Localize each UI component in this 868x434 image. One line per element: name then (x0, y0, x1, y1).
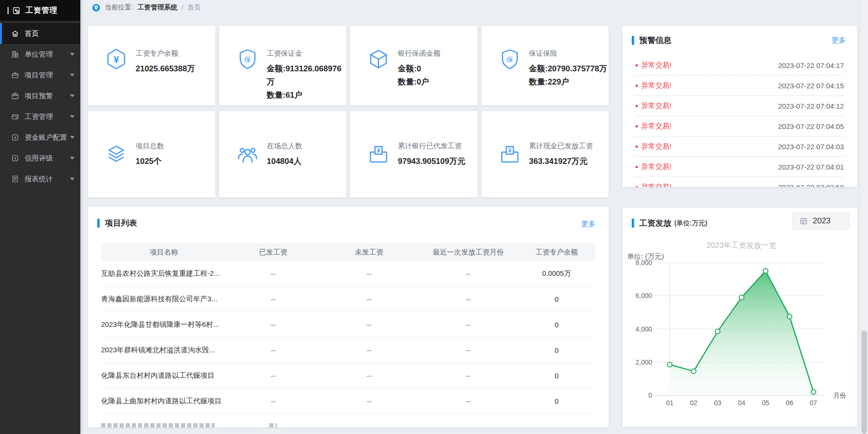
warning-panel-title: 预警信息 (632, 35, 671, 46)
warning-item-label: 异常交易! (636, 122, 671, 131)
cube-icon (367, 48, 390, 70)
scrollbar-thumb[interactable] (861, 331, 867, 434)
sidebar-item-project[interactable]: 项目管理 (0, 65, 80, 85)
stat-card: 保工资保证金金额:913126.068976万数量:61户 (219, 26, 347, 105)
svg-text:保: 保 (506, 56, 513, 63)
sidebar-item-project-alert[interactable]: 项目预警 (0, 85, 80, 106)
sidebar-item-report[interactable]: 报表统计 (0, 169, 80, 189)
project-more-link[interactable]: 更多 (581, 220, 595, 229)
sidebar-item-fund-account[interactable]: ¥资金账户配置 (0, 127, 80, 148)
stat-card: 在场总人数104804人 (219, 111, 347, 197)
warning-dot-icon (636, 186, 638, 187)
scrollbar-track[interactable] (859, 0, 868, 434)
credit-icon: ¥ (11, 154, 19, 162)
table-row[interactable]: 2023年化隆县甘都镇隆康一村等6村...------0 (101, 312, 595, 338)
project-panel-title-text: 项目列表 (105, 218, 137, 229)
warning-dot-icon (636, 105, 638, 107)
yen-hexagon-icon: ¥ (105, 48, 128, 70)
sidebar-item-org[interactable]: 单位管理 (0, 44, 80, 65)
warning-dot-icon (636, 125, 638, 128)
table-cell: -- (227, 270, 319, 278)
logo-icon (11, 6, 21, 16)
table-row[interactable]: 化隆县上曲加村村内道路以工代赈项目------0 (101, 389, 595, 414)
chart-subtitle: 2023年工资发放一览 (707, 241, 777, 249)
stat-cards-row-2: 项目总数1025个在场总人数104804人¥累计银行已代发工资97943.905… (88, 111, 609, 197)
table-cell: 青海鑫园新能源科技有限公司年产3... (101, 295, 227, 304)
table-cell: -- (227, 397, 319, 405)
sidebar-item-label: 项目预警 (25, 92, 53, 101)
sidebar-item-home[interactable]: 首页 (0, 23, 80, 44)
table-cell: 0 (518, 372, 595, 380)
warning-item-time: 2023-07-22 07:04:03 (778, 143, 844, 151)
warning-item-time: 2023-07-22 07:03:50 (778, 183, 844, 187)
table-cell: -- (319, 346, 419, 354)
warning-item[interactable]: 异常交易! 2023-07-22 07:04:01 (636, 157, 844, 177)
stat-card: ¥累计现金已发放工资363.341927万元 (481, 111, 609, 197)
stat-card-value: 金额:20790.375778万 (529, 62, 607, 76)
caret-down-icon (70, 114, 75, 119)
sidebar-item-credit[interactable]: ¥信用评级 (0, 148, 80, 169)
cash-icon: ¥ (498, 143, 521, 166)
warning-item[interactable]: 异常交易! 2023-07-22 07:04:12 (636, 96, 844, 116)
table-cell: -- (319, 397, 419, 405)
cash-icon: ¥ (367, 143, 390, 166)
warning-item[interactable]: 异常交易! 2023-07-22 07:04:17 (636, 55, 844, 76)
breadcrumb-root[interactable]: 工资管理系统 (138, 3, 177, 12)
table-cell: -- (227, 295, 319, 303)
table-column-header: 最近一次发放工资月份 (419, 248, 518, 257)
table-cell: 2023年群科镇滩北村溢洪道沟水毁... (101, 346, 227, 355)
warning-item[interactable]: 异常交易! 2023-07-22 07:04:03 (636, 136, 844, 157)
logo-bar: 工资管理 (0, 0, 80, 21)
warning-dot-icon (636, 145, 638, 148)
table-row-clipped[interactable] (101, 414, 595, 427)
warning-item-time: 2023-07-22 07:04:05 (778, 122, 844, 130)
svg-text:保: 保 (244, 56, 251, 63)
table-cell: -- (419, 346, 518, 354)
svg-text:4,000: 4,000 (636, 325, 652, 333)
table-cell: 互助县农村公路灾后恢复重建工程-2... (101, 269, 227, 278)
svg-text:0: 0 (648, 391, 652, 399)
project-table: 项目名称已发工资未发工资最近一次发放工资月份工资专户余额互助县农村公路灾后恢复重… (101, 243, 595, 427)
svg-text:¥: ¥ (14, 156, 17, 161)
caret-down-icon (70, 73, 75, 77)
svg-text:05: 05 (762, 399, 769, 407)
warning-item-time: 2023-07-22 07:04:15 (778, 82, 844, 90)
stat-card-label: 累计银行已代发工资 (398, 142, 465, 151)
project-icon (11, 71, 19, 79)
stat-card-value: 1025个 (136, 155, 164, 168)
salary-icon (11, 112, 19, 121)
table-column-header: 已发工资 (227, 248, 319, 257)
warning-more-link[interactable]: 更多 (832, 36, 846, 45)
project-panel-title: 项目列表 (97, 218, 137, 229)
warning-item[interactable]: 异常交易! 2023-07-22 07:03:50 (636, 177, 844, 187)
table-cell: 2023年化隆县甘都镇隆康一村等6村... (101, 320, 227, 329)
caret-down-icon (70, 94, 75, 98)
svg-text:¥: ¥ (113, 54, 119, 65)
sidebar-item-salary[interactable]: 工资管理 (0, 106, 80, 127)
table-row[interactable]: 互助县农村公路灾后恢复重建工程-2...------0.0005万 (101, 261, 595, 287)
stat-card-value: 金额:913126.068976万 (267, 62, 347, 89)
svg-text:8,000: 8,000 (636, 259, 652, 266)
table-cell: -- (419, 321, 518, 329)
stat-card: ¥累计银行已代发工资97943.905109万元 (350, 111, 478, 197)
table-cell: 化隆县上曲加村村内道路以工代赈项目 (101, 397, 227, 406)
stat-card: ¥工资专户余额21025.665388万 (88, 26, 215, 105)
home-icon (11, 29, 19, 38)
table-cell: 0 (518, 397, 595, 405)
warning-item-label: 异常交易! (636, 81, 671, 90)
table-row[interactable]: 化隆县东台村村内道路以工代赈项目------0 (101, 363, 595, 389)
stat-card-value: 金额:0 (398, 62, 440, 76)
stat-card-label: 保证保险 (529, 49, 607, 58)
warning-item[interactable]: 异常交易! 2023-07-22 07:04:15 (636, 76, 844, 96)
project-list-panel: 项目列表 更多 项目名称已发工资未发工资最近一次发放工资月份工资专户余额互助县农… (88, 206, 609, 427)
stat-card-value: 数量:0户 (398, 76, 440, 89)
project-alert-icon (11, 92, 19, 100)
warning-item[interactable]: 异常交易! 2023-07-22 07:04:05 (636, 116, 844, 136)
stat-card-label: 工资专户余额 (136, 49, 195, 58)
table-cell: -- (419, 270, 518, 278)
table-row[interactable]: 2023年群科镇滩北村溢洪道沟水毁...------0 (101, 338, 595, 363)
chart-xaxis-label: 月份 (833, 391, 846, 399)
table-row[interactable]: 青海鑫园新能源科技有限公司年产3...------0 (101, 287, 595, 312)
stat-card-label: 项目总数 (136, 142, 164, 151)
warning-dot-icon (636, 64, 638, 67)
